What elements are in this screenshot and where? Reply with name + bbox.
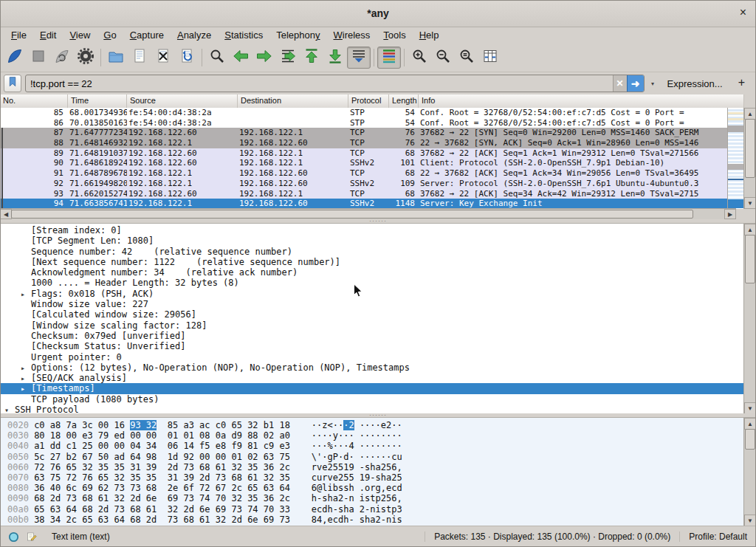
detail-row[interactable]: [Window size scaling factor: 128] [0,320,744,331]
column-header-protocol[interactable]: Protocol [348,94,389,108]
scrollbar-thumb[interactable] [745,235,755,283]
detail-row[interactable]: Sequence number: 42 (relative sequence n… [0,247,744,257]
go-first-packet-button[interactable] [300,47,323,69]
menu-capture[interactable]: Capture [123,28,171,43]
expand-arrow-icon[interactable]: ▸ [21,374,31,383]
scroll-right-arrow-icon[interactable]: ▶ [724,209,736,219]
column-header-source[interactable]: Source [127,94,238,108]
detail-row[interactable]: ▸Options: (12 bytes), No-Operation (NOP)… [0,362,744,373]
capture-comment-icon[interactable] [26,531,37,543]
packet-list-vscrollbar[interactable]: ▲ ▼ [743,108,756,209]
menu-go[interactable]: Go [97,28,123,43]
hex-row-0020[interactable]: 0020 c0 a8 7a 3c 00 16 93 32 85 a3 ac c0… [7,420,744,430]
scroll-up-arrow-icon[interactable]: ▲ [744,418,756,430]
display-filter-input[interactable]: !tcp.port == 22 [26,75,613,92]
stop-capture-button[interactable] [27,47,50,69]
detail-row[interactable]: 1000 .... = Header Length: 32 bytes (8) [0,278,744,288]
menu-view[interactable]: View [63,28,97,43]
detail-row[interactable]: ▸[Timestamps] [0,383,744,393]
hex-row-0030[interactable]: 0030 80 18 00 e3 79 ed 00 00 01 01 08 0a… [7,430,744,441]
detail-row[interactable]: TCP payload (1080 bytes) [0,394,744,405]
scrollbar-thumb[interactable] [745,119,755,178]
go-forward-button[interactable] [252,47,276,69]
detail-row[interactable]: [Calculated window size: 29056] [0,309,744,320]
find-packet-button[interactable] [205,47,229,69]
add-filter-button[interactable]: + [734,76,752,91]
open-file-button[interactable] [104,47,128,69]
detail-row[interactable]: ▸Flags: 0x018 (PSH, ACK) [0,289,744,299]
close-file-button[interactable] [151,47,175,69]
scroll-down-arrow-icon[interactable]: ▼ [744,197,756,209]
packet-row-85[interactable]: 8568.001734936fe:54:00:d4:38:2aSTP54Conf… [0,108,728,118]
scrollbar-thumb[interactable] [745,429,755,450]
detail-row[interactable]: ▸[SEQ/ACK analysis] [0,373,744,383]
go-back-button[interactable] [229,47,252,69]
expand-arrow-icon[interactable]: ▸ [21,384,31,393]
menu-edit[interactable]: Edit [33,28,63,43]
expression-button[interactable]: Expression... [662,78,730,89]
column-header-time[interactable]: Time [68,94,127,108]
detail-row[interactable]: [Stream index: 0] [0,225,744,235]
profile-status[interactable]: Profile: Default [679,531,749,542]
menu-tools[interactable]: Tools [377,28,412,43]
menu-file[interactable]: File [4,28,33,43]
column-header-length[interactable]: Length [389,94,419,108]
expand-arrow-icon[interactable]: ▸ [21,363,31,373]
menu-wireless[interactable]: Wireless [327,28,377,43]
filter-bookmark-button[interactable] [4,75,21,92]
packet-row-91[interactable]: 9171.648789678192.168.122.1192.168.122.6… [0,168,728,179]
hex-row-0060[interactable]: 0060 72 76 65 32 35 35 31 39 2d 73 68 61… [7,462,744,472]
detail-row[interactable]: Acknowledgment number: 34 (relative ack … [0,267,744,278]
scrollbar-thumb[interactable] [11,210,693,219]
detail-row[interactable]: Window size value: 227 [0,299,744,309]
auto-scroll-toggle[interactable] [347,47,371,69]
go-last-packet-button[interactable] [323,47,347,69]
reload-file-button[interactable] [175,47,199,69]
packet-list-hscrollbar[interactable]: ◀ ▶ [0,208,736,219]
packet-row-89[interactable]: 8971.648191037192.168.122.60192.168.122.… [0,148,728,159]
capture-options-button[interactable] [74,47,97,69]
zoom-100-button[interactable] [455,47,478,69]
scroll-left-arrow-icon[interactable]: ◀ [0,209,12,219]
save-file-button[interactable] [128,47,151,69]
hex-row-0090[interactable]: 0090 68 2d 73 68 61 32 2d 6e 69 73 74 70… [7,493,744,503]
zoom-out-button[interactable] [431,47,455,69]
scroll-up-arrow-icon[interactable]: ▲ [744,108,756,120]
menu-statistics[interactable]: Statistics [218,28,269,43]
hex-row-0080[interactable]: 0080 36 40 6c 69 62 73 73 68 2e 6f 72 67… [7,483,744,493]
detail-vscrollbar[interactable]: ▲ ▼ [743,224,756,414]
packet-row-94[interactable]: 9471.663856741192.168.122.1192.168.122.6… [0,199,728,209]
resize-columns-button[interactable] [478,47,502,69]
hex-row-00a0[interactable]: 00a0 65 63 64 68 2d 73 68 61 32 2d 6e 69… [7,504,744,515]
menu-analyze[interactable]: Analyze [171,28,218,43]
column-header-destination[interactable]: Destination [238,94,348,108]
scroll-up-arrow-icon[interactable]: ▲ [744,224,756,235]
packet-row-87[interactable]: 8771.647777234192.168.122.60192.168.122.… [0,128,728,138]
menu-telephony[interactable]: Telephony [269,28,326,43]
filter-history-dropdown[interactable]: ▾ [648,80,658,87]
expert-info-icon[interactable] [7,531,20,543]
colorize-toggle[interactable] [377,47,401,69]
packet-row-90[interactable]: 9071.648618924192.168.122.60192.168.122.… [0,158,728,168]
packet-row-93[interactable]: 9371.662015274192.168.122.60192.168.122.… [0,189,728,199]
detail-row[interactable]: [Next sequence number: 1122 (relative se… [0,257,744,267]
packet-list-minimap-scrollbar[interactable] [727,108,744,209]
start-capture-button[interactable] [3,47,27,69]
scroll-down-arrow-icon[interactable]: ▼ [744,402,756,414]
packet-row-86[interactable]: 8670.013850163fe:54:00:d4:38:2aSTP54Conf… [0,118,728,128]
zoom-in-button[interactable] [408,47,431,69]
hex-row-0040[interactable]: 0040 a1 dd c1 25 00 00 04 34 06 14 f5 e8… [7,441,744,451]
expand-arrow-icon[interactable]: ▸ [21,289,31,299]
detail-row[interactable]: [TCP Segment Len: 1080] [0,235,744,246]
go-to-packet-button[interactable] [276,47,300,69]
hex-row-0050[interactable]: 0050 5c 27 b2 67 50 ad 64 98 1d 92 00 00… [7,452,744,462]
filter-apply-button[interactable]: ➜ [627,75,644,92]
column-header-no[interactable]: No. [0,94,68,108]
hex-row-00b0[interactable]: 00b0 38 34 2c 65 63 64 68 2d 73 68 61 32… [7,515,744,525]
column-header-info[interactable]: Info [419,94,744,108]
scroll-down-arrow-icon[interactable]: ▼ [744,515,756,526]
detail-row[interactable]: Urgent pointer: 0 [0,352,744,362]
packet-row-92[interactable]: 9271.661949820192.168.122.1192.168.122.6… [0,179,728,189]
detail-row[interactable]: [Checksum Status: Unverified] [0,341,744,351]
restart-capture-button[interactable] [50,47,74,69]
